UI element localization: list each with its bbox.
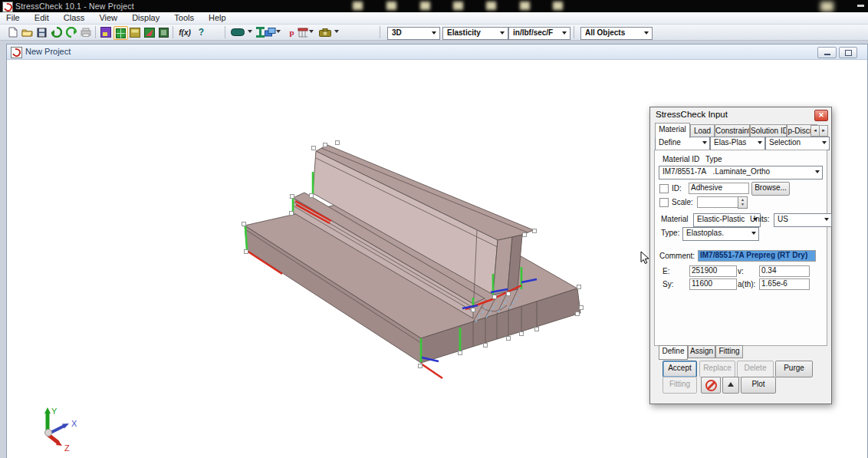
id-checkbox[interactable]: [659, 184, 669, 193]
browse-button[interactable]: Browse...: [751, 182, 790, 196]
scale-label: Scale:: [672, 198, 693, 206]
v-label: v:: [738, 267, 744, 275]
mesh-mode-icon-selected[interactable]: [113, 26, 128, 40]
menu-file[interactable]: File: [0, 12, 26, 22]
model-window-title: New Project: [25, 47, 71, 56]
snapshot-dropdown-icon[interactable]: [334, 30, 339, 33]
comment-input[interactable]: IM7/8551-7A Prepreg (RT Dry): [698, 250, 816, 262]
material-id-header: Material ID: [663, 155, 699, 163]
geometry-mode-icon[interactable]: [99, 26, 112, 38]
method-combo[interactable]: Define: [655, 137, 710, 150]
tab-constraint[interactable]: Constraint: [715, 124, 750, 137]
menu-help[interactable]: Help: [202, 12, 232, 22]
chevron-down-icon: [702, 141, 707, 144]
restore-button[interactable]: [839, 47, 857, 58]
app-titlebar: StressCheck 10.1 - New Project: [0, 0, 868, 12]
material-mode-icon[interactable]: [128, 26, 141, 38]
chevron-down-icon: [644, 31, 649, 35]
bottom-tab-fitting[interactable]: Fitting: [715, 345, 743, 358]
bottom-tab-assign[interactable]: Assign: [688, 345, 715, 358]
selection-combo[interactable]: Selection: [765, 137, 830, 150]
material-panel: Material ID Type IM7/8551-7A .Laminate_O…: [654, 150, 827, 346]
chevron-down-icon: [758, 141, 762, 144]
model-window-titlebar[interactable]: New Project: [7, 44, 867, 60]
toolbar: f(x) ? p 3D Elasticity in/lbf/sec/F All …: [0, 25, 868, 41]
law-combo[interactable]: Elas-Plas: [710, 137, 765, 150]
plot-button[interactable]: Plot: [741, 377, 776, 394]
stresscheck-input-dialog: StressCheck Input ✕ Material Load Constr…: [649, 107, 832, 404]
accept-button[interactable]: Accept: [663, 361, 697, 377]
minimize-dash-icon[interactable]: [857, 5, 864, 7]
minimize-button[interactable]: [817, 47, 837, 58]
close-icon[interactable]: ✕: [814, 110, 828, 121]
taskbar-blob: [420, 2, 430, 10]
element-display-dropdown-icon[interactable]: [248, 30, 252, 33]
chevron-down-icon: [815, 170, 820, 173]
tab-load[interactable]: Load: [690, 124, 715, 137]
menu-view[interactable]: View: [93, 12, 123, 22]
v-input[interactable]: 0.34: [759, 265, 810, 277]
load-mode-icon[interactable]: [143, 26, 156, 38]
layers-dropdown-icon[interactable]: [276, 30, 281, 33]
e-input[interactable]: 251900: [689, 265, 737, 277]
taskbar-blob: [386, 2, 396, 10]
expand-up-button[interactable]: [722, 377, 739, 394]
plot-axes-icon[interactable]: [296, 26, 309, 38]
id-input[interactable]: Adhesive: [689, 183, 749, 194]
ath-input[interactable]: 1.65e-6: [759, 278, 810, 290]
dialog-titlebar[interactable]: StressCheck Input ✕: [650, 107, 831, 122]
save-icon[interactable]: [35, 26, 48, 38]
type-header: Type: [705, 155, 722, 163]
scale-checkbox[interactable]: [659, 198, 669, 207]
element-display-icon[interactable]: [229, 26, 246, 38]
type-value-combo[interactable]: Elastoplas.: [682, 227, 759, 241]
units-combo[interactable]: in/lbf/sec/F: [508, 27, 570, 40]
menu-class[interactable]: Class: [58, 12, 91, 22]
open-folder-icon[interactable]: [21, 26, 34, 38]
print-icon-disabled: [79, 26, 92, 38]
chevron-down-icon: [751, 232, 756, 235]
taskbar-blob: [820, 2, 833, 12]
units-value-combo[interactable]: US: [774, 213, 832, 227]
sy-input[interactable]: 11600: [689, 278, 737, 290]
discipline-combo[interactable]: Elasticity: [442, 27, 508, 40]
taskbar-blob: [453, 2, 463, 10]
scale-spinner[interactable]: ▲▼: [738, 196, 748, 209]
layers-icon[interactable]: [264, 26, 277, 38]
e-label: E:: [663, 267, 669, 275]
import-file-icon[interactable]: [50, 26, 63, 38]
constraint-mode-icon[interactable]: [157, 26, 170, 38]
formula-icon[interactable]: f(x): [176, 26, 193, 38]
help-icon[interactable]: ?: [195, 26, 208, 38]
material-record-combo[interactable]: IM7/8551-7A .Laminate_Ortho: [659, 166, 823, 180]
export-file-icon[interactable]: [64, 26, 77, 38]
taskbar-blob: [486, 2, 496, 10]
plot-axes-dropdown-icon[interactable]: [309, 30, 314, 33]
chevron-down-icon: [500, 31, 505, 35]
snapshot-icon[interactable]: [318, 26, 331, 38]
menu-tools[interactable]: Tools: [168, 12, 200, 22]
units-label: Units:: [750, 215, 770, 223]
menu-display[interactable]: Display: [126, 12, 166, 22]
material-model-label: Material: [661, 215, 689, 223]
chevron-down-icon: [562, 31, 567, 35]
dialog-tab-strip: Material Load Constraint Solution ID p-D…: [653, 123, 827, 136]
chevron-down-icon: [824, 218, 829, 221]
purge-button[interactable]: Purge: [775, 361, 813, 377]
menu-edit[interactable]: Edit: [28, 12, 55, 22]
menu-bar: File Edit Class View Display Tools Help: [0, 12, 868, 25]
scale-input[interactable]: [697, 196, 741, 208]
replace-button: Replace: [699, 361, 735, 377]
project-icon: [11, 47, 22, 58]
abort-button[interactable]: [701, 377, 721, 394]
new-document-icon[interactable]: [6, 26, 19, 38]
ath-label: a(th):: [738, 280, 755, 288]
sy-label: Sy:: [663, 280, 673, 288]
tab-solution-id[interactable]: Solution ID: [750, 124, 787, 137]
selection-filter-combo[interactable]: All Objects: [580, 27, 653, 40]
dimension-combo[interactable]: 3D: [387, 27, 440, 40]
tab-material[interactable]: Material: [655, 123, 690, 138]
app-title: StressCheck 10.1 - New Project: [15, 2, 134, 11]
bottom-tab-define[interactable]: Define: [659, 345, 688, 360]
tab-scroll-right-icon[interactable]: ▸: [819, 125, 828, 137]
